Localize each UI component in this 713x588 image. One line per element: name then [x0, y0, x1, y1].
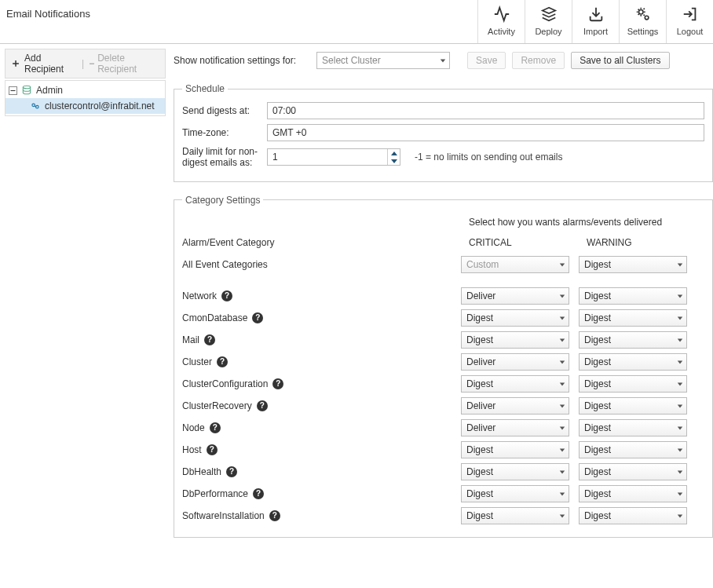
critical-select[interactable]: Digest — [461, 507, 569, 524]
warning-select[interactable]: Digest — [579, 507, 687, 524]
cluster-select-value: Select Cluster — [322, 55, 381, 66]
action-activity[interactable]: Activity — [477, 0, 525, 43]
chevron-down-icon — [677, 491, 683, 497]
critical-select[interactable]: Deliver — [461, 353, 569, 371]
col-warning-header: WARNING — [587, 237, 704, 248]
critical-select[interactable]: Digest — [461, 309, 569, 327]
help-icon[interactable]: ? — [204, 334, 215, 345]
action-logout[interactable]: Logout — [666, 0, 713, 43]
category-row: Cluster ?DeliverDigest — [182, 353, 704, 371]
all-warning-select[interactable]: Digest — [579, 256, 687, 273]
chevron-down-icon — [677, 403, 683, 409]
warning-select[interactable]: Digest — [579, 287, 687, 305]
action-settings[interactable]: Settings — [619, 0, 666, 43]
category-name: ClusterRecovery — [182, 400, 252, 411]
critical-select[interactable]: Digest — [461, 463, 569, 480]
svg-marker-13 — [678, 263, 682, 266]
help-icon[interactable]: ? — [221, 290, 232, 301]
warning-select[interactable]: Digest — [579, 331, 687, 349]
send-digests-input[interactable]: 07:00 — [267, 102, 704, 119]
chevron-down-icon — [559, 403, 565, 409]
critical-select[interactable]: Digest — [461, 331, 569, 349]
warning-select[interactable]: Digest — [579, 463, 687, 480]
delete-recipient-label: Delete Recipient — [97, 53, 160, 75]
all-critical-select[interactable]: Custom — [461, 256, 569, 273]
help-icon[interactable]: ? — [253, 488, 264, 499]
help-icon[interactable]: ? — [207, 444, 218, 455]
warning-select[interactable]: Digest — [579, 375, 687, 393]
chevron-down-icon — [440, 57, 446, 64]
critical-select[interactable]: Deliver — [461, 419, 569, 436]
import-icon — [574, 5, 617, 24]
help-icon[interactable]: ? — [269, 510, 280, 521]
save-all-clusters-button[interactable]: Save to all Clusters — [571, 52, 669, 69]
critical-select[interactable]: Deliver — [461, 287, 569, 305]
category-settings-legend: Category Settings — [182, 195, 263, 206]
category-name: Cluster — [182, 356, 212, 367]
spinner-down[interactable] — [388, 157, 400, 165]
warning-select[interactable]: Digest — [579, 309, 687, 327]
warning-select[interactable]: Digest — [579, 441, 687, 458]
category-row: Network ?DeliverDigest — [182, 287, 704, 305]
chevron-down-icon — [677, 381, 683, 387]
help-icon[interactable]: ? — [210, 422, 221, 433]
save-button[interactable]: Save — [467, 52, 506, 69]
chevron-down-icon — [559, 315, 565, 321]
chevron-down-icon — [559, 261, 565, 268]
header-actions: Activity Deploy Import Settings Logout — [477, 0, 713, 43]
critical-select[interactable]: Deliver — [461, 397, 569, 415]
help-icon[interactable]: ? — [272, 378, 283, 389]
svg-marker-22 — [560, 382, 565, 385]
send-digests-label: Send digests at: — [182, 105, 261, 116]
cluster-select[interactable]: Select Cluster — [316, 52, 450, 69]
tree-row-recipient[interactable]: clustercontrol@infrabit.net — [5, 98, 165, 114]
timezone-label: Time-zone: — [182, 127, 261, 138]
chevron-down-icon — [559, 425, 565, 431]
tree-collapse-icon[interactable] — [9, 86, 17, 95]
warning-select[interactable]: Digest — [579, 485, 687, 502]
action-deploy[interactable]: Deploy — [525, 0, 572, 43]
category-row: Node ?DeliverDigest — [182, 419, 704, 436]
svg-marker-23 — [678, 382, 682, 385]
tree-row-admin[interactable]: Admin — [5, 82, 165, 98]
spinner-up[interactable] — [388, 149, 400, 157]
svg-point-1 — [638, 10, 643, 15]
gears-icon — [621, 5, 664, 24]
svg-point-2 — [645, 16, 649, 20]
warning-select[interactable]: Digest — [579, 353, 687, 371]
action-import-label: Import — [574, 27, 617, 36]
sidebar: ＋ Add Recipient | − Delete Recipient Adm… — [0, 44, 166, 116]
delete-recipient-button[interactable]: − Delete Recipient — [89, 53, 160, 75]
category-name: CmonDatabase — [182, 312, 247, 323]
main: ＋ Add Recipient | − Delete Recipient Adm… — [0, 44, 713, 550]
col-category-header: Alarm/Event Category — [182, 237, 469, 248]
category-row-all: All Event Categories Custom Digest — [182, 256, 704, 273]
add-recipient-button[interactable]: ＋ Add Recipient — [10, 53, 77, 75]
action-activity-label: Activity — [480, 27, 523, 36]
category-instruction: Select how you wants alarms/events deliv… — [469, 217, 704, 228]
filter-row: Show notification settings for: Select C… — [174, 52, 713, 69]
category-name: SoftwareInstallation — [182, 510, 265, 521]
timezone-input[interactable]: GMT +0 — [267, 124, 704, 141]
remove-button[interactable]: Remove — [512, 52, 565, 69]
chevron-down-icon — [677, 315, 683, 321]
critical-select[interactable]: Digest — [461, 485, 569, 502]
daily-limit-spinner[interactable]: 1 — [267, 148, 400, 166]
critical-select[interactable]: Digest — [461, 441, 569, 458]
help-icon[interactable]: ? — [217, 356, 228, 367]
critical-select[interactable]: Digest — [461, 375, 569, 393]
tree-root-label: Admin — [36, 85, 63, 96]
warning-select[interactable]: Digest — [579, 397, 687, 415]
svg-marker-9 — [441, 59, 445, 62]
help-icon[interactable]: ? — [226, 466, 237, 477]
help-icon[interactable]: ? — [252, 312, 263, 323]
help-icon[interactable]: ? — [257, 400, 268, 411]
tree-recipient-label: clustercontrol@infrabit.net — [45, 100, 155, 111]
category-name: ClusterConfiguration — [182, 378, 268, 389]
category-row: ClusterRecovery ?DeliverDigest — [182, 397, 704, 415]
svg-marker-18 — [560, 338, 565, 341]
chevron-down-icon — [559, 359, 565, 365]
sidebar-toolbar: ＋ Add Recipient | − Delete Recipient — [5, 49, 166, 79]
warning-select[interactable]: Digest — [579, 419, 687, 436]
action-import[interactable]: Import — [572, 0, 619, 43]
